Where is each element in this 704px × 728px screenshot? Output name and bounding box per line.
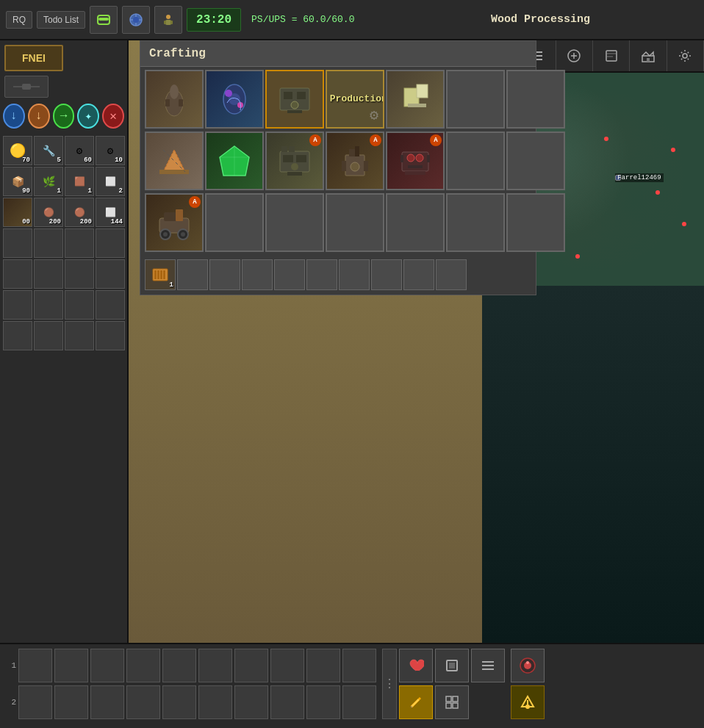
- inv-cell[interactable]: [96, 259, 125, 289]
- tab-book[interactable]: [593, 40, 630, 71]
- hotbar-cell[interactable]: [18, 649, 52, 682]
- todo-list-button[interactable]: Todo List: [37, 11, 85, 29]
- inv-cell[interactable]: [34, 228, 63, 258]
- inv-cell[interactable]: 🟡 70: [3, 136, 32, 165]
- inv-cell[interactable]: [34, 259, 63, 289]
- craft-category-production[interactable]: Production ⚙: [326, 70, 384, 129]
- inv-cell[interactable]: [96, 290, 125, 320]
- small-inv-cell[interactable]: 1: [145, 259, 176, 290]
- inv-cell[interactable]: [3, 228, 32, 258]
- inv-cell[interactable]: [65, 228, 94, 258]
- small-inv-cell[interactable]: [306, 259, 337, 290]
- craft-item-1[interactable]: [145, 131, 204, 190]
- craft-category-empty[interactable]: [446, 70, 505, 129]
- craft-category-combat[interactable]: [145, 70, 204, 129]
- small-inv-cell[interactable]: [371, 259, 402, 290]
- inv-cell[interactable]: [96, 228, 125, 258]
- small-inv-cell[interactable]: [339, 259, 370, 290]
- craft-item-empty[interactable]: [446, 193, 505, 252]
- inv-cell[interactable]: ⬜ 144: [96, 198, 125, 227]
- hotbar-cell[interactable]: [90, 649, 124, 682]
- craft-item-vehicle[interactable]: A: [145, 193, 204, 252]
- nav-close-red[interactable]: ✕: [102, 104, 124, 129]
- nav-target-teal[interactable]: ✦: [77, 104, 99, 129]
- far-right-btn-2[interactable]: [511, 685, 545, 719]
- craft-item-gem[interactable]: [205, 131, 264, 190]
- hotbar-cell[interactable]: [54, 649, 88, 682]
- hotbar-cell[interactable]: [306, 685, 340, 719]
- craft-item-empty[interactable]: [506, 193, 565, 252]
- inv-cell[interactable]: 00: [3, 198, 32, 227]
- hotbar-cell[interactable]: [162, 685, 196, 719]
- inv-cell[interactable]: [96, 321, 125, 350]
- inv-cell[interactable]: [3, 259, 32, 289]
- hotbar-cell[interactable]: [234, 685, 268, 719]
- inv-cell[interactable]: 🟤 200: [34, 198, 63, 227]
- craft-item-empty[interactable]: [326, 193, 384, 252]
- hotbar-cell[interactable]: [342, 685, 376, 719]
- small-inv-cell[interactable]: [274, 259, 305, 290]
- tab-factory[interactable]: [630, 40, 667, 71]
- nav-right-green[interactable]: →: [53, 104, 75, 129]
- small-inv-cell[interactable]: [403, 259, 434, 290]
- inv-cell[interactable]: [34, 321, 63, 350]
- rq-button[interactable]: RQ: [6, 11, 32, 29]
- craft-category-empty[interactable]: [506, 70, 565, 129]
- hotbar-more-button[interactable]: ⋮: [382, 649, 397, 719]
- craft-category-machine[interactable]: [265, 70, 324, 129]
- hotbar-cell[interactable]: [162, 649, 196, 682]
- craft-item-refinery[interactable]: A: [326, 131, 384, 190]
- craft-item-empty[interactable]: [446, 131, 505, 190]
- far-right-btn-1[interactable]: [511, 649, 545, 682]
- small-inv-cell[interactable]: [242, 259, 273, 290]
- nav-down-blue[interactable]: ↓: [3, 104, 25, 129]
- craft-item-empty[interactable]: [386, 193, 445, 252]
- small-inv-cell[interactable]: [177, 259, 208, 290]
- hotbar-cell[interactable]: [126, 685, 160, 719]
- fnei-button[interactable]: FNEI: [4, 45, 63, 71]
- inv-cell[interactable]: [65, 290, 94, 320]
- inv-cell[interactable]: [34, 290, 63, 320]
- craft-item-empty[interactable]: [265, 193, 324, 252]
- hotbar-cell[interactable]: [18, 685, 52, 719]
- inv-cell[interactable]: 🌿 1: [34, 167, 63, 196]
- tab-add[interactable]: [556, 40, 593, 71]
- craft-item-factory-1[interactable]: A: [265, 131, 324, 190]
- hotbar-cell[interactable]: [198, 685, 232, 719]
- craft-item-empty[interactable]: [205, 193, 264, 252]
- combat-icon-btn[interactable]: [122, 6, 150, 34]
- hotbar-cell[interactable]: [126, 649, 160, 682]
- hotbar-cell[interactable]: [270, 685, 304, 719]
- craft-category-tech[interactable]: [205, 70, 264, 129]
- inv-cell[interactable]: [65, 321, 94, 350]
- inv-cell[interactable]: 🟫 1: [65, 167, 94, 196]
- inv-cell[interactable]: [65, 259, 94, 289]
- small-inv-cell[interactable]: [209, 259, 240, 290]
- inv-cell[interactable]: ⬜ 2: [96, 167, 125, 196]
- inv-cell[interactable]: [3, 321, 32, 350]
- inv-cell[interactable]: [3, 290, 32, 320]
- menu-button[interactable]: [471, 649, 505, 682]
- heart-button[interactable]: [399, 649, 433, 682]
- inv-cell[interactable]: 🔧 5: [34, 136, 63, 165]
- hotbar-cell[interactable]: [234, 649, 268, 682]
- hotbar-cell[interactable]: [306, 649, 340, 682]
- craft-item-red-machine[interactable]: A: [386, 131, 445, 190]
- pencil-button[interactable]: [399, 685, 433, 719]
- pencil-icon-btn[interactable]: [90, 6, 118, 34]
- character-icon-btn[interactable]: [154, 6, 182, 34]
- craft-item-empty[interactable]: [506, 131, 565, 190]
- inv-cell[interactable]: 📦 90: [3, 167, 32, 196]
- hotbar-cell[interactable]: [54, 685, 88, 719]
- box-button[interactable]: [435, 649, 469, 682]
- small-inv-cell[interactable]: [436, 259, 467, 290]
- inv-cell[interactable]: ⚙️ 60: [65, 136, 94, 165]
- craft-category-resources[interactable]: [386, 70, 445, 129]
- hotbar-cell[interactable]: [342, 649, 376, 682]
- hotbar-cell[interactable]: [90, 685, 124, 719]
- inv-cell[interactable]: ⚙ 10: [96, 136, 125, 165]
- inv-cell[interactable]: 🟤 200: [65, 198, 94, 227]
- hotbar-cell[interactable]: [198, 649, 232, 682]
- grid-button[interactable]: [435, 685, 469, 719]
- nav-down-orange[interactable]: ↓: [28, 104, 50, 129]
